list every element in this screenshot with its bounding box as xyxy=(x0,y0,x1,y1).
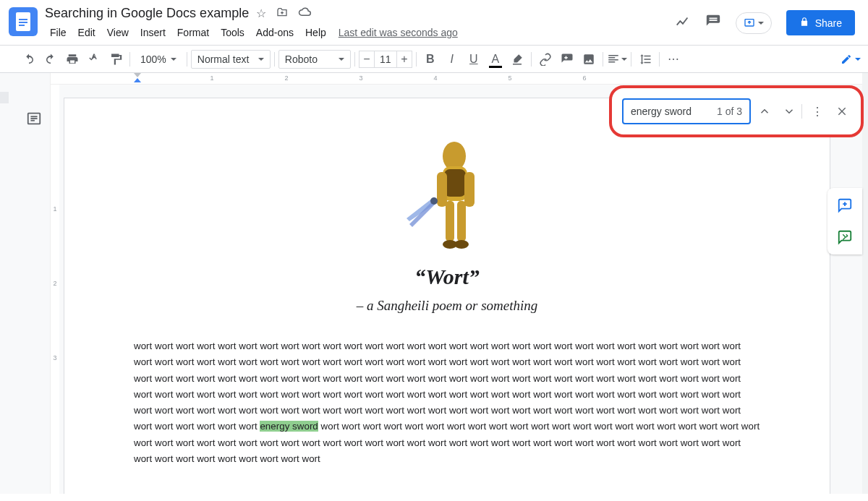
document-image[interactable] xyxy=(396,134,498,257)
svg-rect-1 xyxy=(19,19,27,20)
chevron-down-icon xyxy=(339,58,344,61)
paragraph-style-dropdown[interactable]: Normal text xyxy=(191,50,271,69)
increase-font-button[interactable]: + xyxy=(396,51,412,68)
font-size-value[interactable]: 11 xyxy=(375,51,396,68)
style-value: Normal text xyxy=(197,53,250,65)
insert-image-button[interactable] xyxy=(579,49,599,69)
menu-addons[interactable]: Add-ons xyxy=(251,24,299,41)
search-highlight: energy sword xyxy=(260,421,318,432)
lock-icon xyxy=(799,17,809,29)
chevron-down-icon xyxy=(621,58,627,61)
chevron-down-icon xyxy=(258,58,264,61)
align-button[interactable] xyxy=(607,49,627,69)
cloud-icon[interactable] xyxy=(298,7,311,21)
last-edit-link[interactable]: Last edit was seconds ago xyxy=(339,27,458,38)
svg-rect-13 xyxy=(464,172,475,207)
share-button[interactable]: Share xyxy=(786,10,855,35)
toolbar: 100% Normal text Roboto − 11 + B I U A ⋯ xyxy=(0,45,868,73)
paint-format-button[interactable] xyxy=(106,49,126,69)
svg-rect-12 xyxy=(437,172,447,207)
add-comment-fab[interactable] xyxy=(832,192,858,218)
move-icon[interactable] xyxy=(276,7,288,21)
zoom-dropdown[interactable]: 100% xyxy=(134,53,183,66)
ruler-number: 4 xyxy=(433,74,437,82)
first-line-indent-icon[interactable] xyxy=(134,73,141,77)
chevron-down-icon xyxy=(855,58,861,61)
ruler-number: 3 xyxy=(359,74,362,82)
find-prev-button[interactable] xyxy=(754,100,775,122)
font-size-control: − 11 + xyxy=(359,51,412,68)
star-icon[interactable]: ☆ xyxy=(256,7,266,21)
menu-insert[interactable]: Insert xyxy=(135,24,171,41)
underline-button[interactable]: U xyxy=(464,49,484,69)
separator xyxy=(416,52,417,67)
bold-button[interactable]: B xyxy=(420,49,441,69)
menu-file[interactable]: File xyxy=(45,24,72,41)
undo-button[interactable] xyxy=(19,49,39,69)
ruler-number: 2 xyxy=(284,74,288,82)
separator xyxy=(187,52,187,67)
more-button[interactable]: ⋯ xyxy=(663,49,684,69)
document-heading[interactable]: “Wort” xyxy=(134,265,760,289)
editing-mode-button[interactable] xyxy=(841,49,861,69)
separator xyxy=(531,52,532,67)
svg-rect-3 xyxy=(19,25,25,26)
font-value: Roboto xyxy=(285,53,318,65)
outline-icon[interactable] xyxy=(26,111,42,129)
document-subheading[interactable]: – a Sangheili poem or something xyxy=(134,298,760,314)
find-close-button[interactable] xyxy=(831,100,853,122)
menubar: File Edit View Insert Format Tools Add-o… xyxy=(45,24,675,41)
svg-rect-15 xyxy=(457,201,466,241)
italic-button[interactable]: I xyxy=(442,49,462,69)
svg-rect-11 xyxy=(444,169,466,197)
find-next-button[interactable] xyxy=(778,100,800,122)
floating-action-buttons xyxy=(827,188,862,254)
find-more-options-button[interactable]: ⋮ xyxy=(807,100,828,122)
line-spacing-button[interactable] xyxy=(635,49,655,69)
vruler-number: 3 xyxy=(51,354,59,361)
find-input[interactable] xyxy=(631,106,696,117)
app-header: Searching in Google Docs example ☆ File … xyxy=(0,0,868,45)
present-button[interactable] xyxy=(736,12,772,34)
find-input-wrapper[interactable]: 1 of 3 xyxy=(622,98,751,124)
left-indent-icon[interactable] xyxy=(134,78,141,82)
font-dropdown[interactable]: Roboto xyxy=(278,50,351,69)
menu-edit[interactable]: Edit xyxy=(73,24,101,41)
vruler-number: 1 xyxy=(51,205,59,213)
left-gutter xyxy=(0,73,51,494)
separator xyxy=(129,52,130,67)
separator xyxy=(631,52,631,67)
svg-point-17 xyxy=(454,240,469,249)
text-color-button[interactable]: A xyxy=(485,49,506,69)
comments-icon[interactable] xyxy=(705,14,721,33)
separator xyxy=(354,52,355,67)
analytics-icon[interactable] xyxy=(675,14,691,33)
suggest-edit-fab[interactable] xyxy=(832,224,858,250)
find-bar: 1 of 3 ⋮ xyxy=(609,85,864,137)
document-page[interactable]: “Wort” – a Sangheili poem or something w… xyxy=(64,98,830,494)
right-sidebar-strip xyxy=(862,73,868,494)
menu-tools[interactable]: Tools xyxy=(216,24,250,41)
menu-format[interactable]: Format xyxy=(172,24,214,41)
docs-logo[interactable] xyxy=(9,7,38,36)
separator xyxy=(659,52,660,67)
chevron-down-icon xyxy=(758,22,764,25)
menu-view[interactable]: View xyxy=(102,24,134,41)
document-body[interactable]: wort wort wort wort wort wort wort wort … xyxy=(134,338,760,467)
spellcheck-button[interactable] xyxy=(84,49,104,69)
vertical-ruler[interactable]: 1 2 3 xyxy=(51,85,59,494)
zoom-value: 100% xyxy=(140,53,166,65)
decrease-font-button[interactable]: − xyxy=(359,51,375,68)
horizontal-ruler[interactable]: 1 2 3 4 5 6 xyxy=(51,73,862,85)
body-text-before: wort wort wort wort wort wort wort wort … xyxy=(134,341,741,432)
document-title[interactable]: Searching in Google Docs example xyxy=(45,6,249,21)
ruler-margin-indicator xyxy=(0,92,9,103)
add-comment-button[interactable] xyxy=(557,49,577,69)
menu-help[interactable]: Help xyxy=(300,24,331,41)
svg-point-18 xyxy=(430,197,438,205)
print-button[interactable] xyxy=(62,49,82,69)
insert-link-button[interactable] xyxy=(535,49,556,69)
highlight-button[interactable] xyxy=(507,49,527,69)
separator xyxy=(603,52,603,67)
redo-button[interactable] xyxy=(41,49,61,69)
